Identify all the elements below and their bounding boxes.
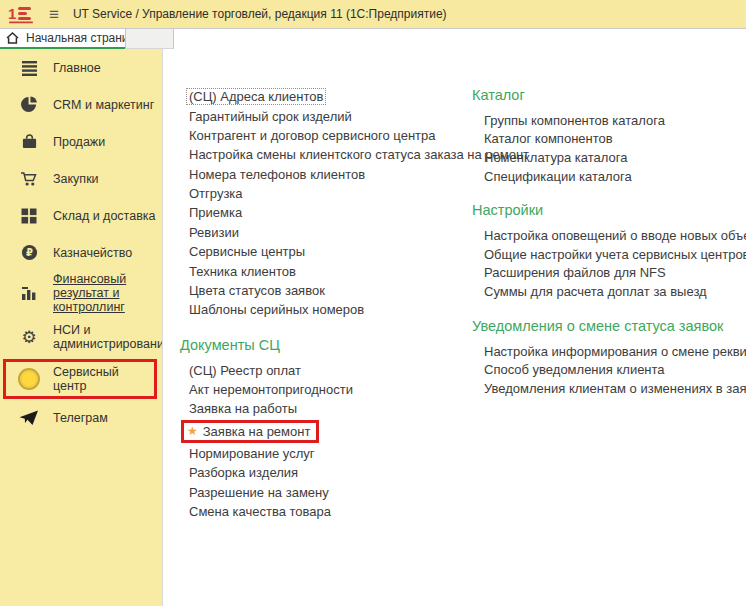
sidebar-item[interactable]: Финансовый результат и контроллинг: [0, 271, 162, 315]
svg-text:1: 1: [8, 5, 16, 22]
tabbar: Начальная страница: [0, 29, 746, 49]
section-header: Каталог: [472, 87, 746, 103]
sidebar-item[interactable]: Склад и доставка: [0, 197, 162, 234]
command-link[interactable]: Способ уведомления клиента: [484, 360, 746, 379]
coin-icon: [18, 368, 40, 390]
cart-icon: [18, 168, 40, 190]
command-link[interactable]: Приемка: [189, 203, 472, 222]
command-link[interactable]: Расширения файлов для NFS: [484, 264, 746, 283]
command-link[interactable]: Спецификации каталога: [484, 167, 746, 186]
briefcase-icon: [18, 131, 40, 153]
command-link[interactable]: Каталог компонентов: [484, 130, 746, 149]
main-menu-icon: [18, 57, 40, 79]
command-section: (СЦ) Адреса клиентовГарантийный срок изд…: [180, 87, 472, 320]
command-link[interactable]: Разборка изделия: [189, 463, 472, 482]
section-items: Настройка оповещений о вводе новых объек…: [472, 226, 746, 300]
sidebar-item[interactable]: Сервисный центр: [3, 359, 157, 399]
tab-home[interactable]: Начальная страница: [0, 29, 125, 49]
command-link[interactable]: Разрешение на замену: [189, 482, 472, 501]
command-link[interactable]: Сервисные центры: [189, 242, 472, 261]
command-link[interactable]: Группы компонентов каталога: [484, 111, 746, 130]
home-icon: [6, 32, 19, 44]
command-link[interactable]: Настройка смены клиентского статуса зака…: [189, 145, 472, 164]
section-header: Настройки: [472, 202, 746, 218]
bar-chart-icon: [18, 282, 40, 304]
command-link[interactable]: (СЦ) Адреса клиентов: [189, 87, 472, 106]
1c-logo-icon: 1: [8, 5, 35, 24]
tabbar-empty-stub: [125, 29, 174, 49]
command-link[interactable]: Уведомления клиентам о изменениях в заяв…: [484, 379, 746, 398]
app-body: Главное CRM и маркетинг Продажи Закупки …: [0, 49, 746, 606]
titlebar: 1 ≡ UT Service / Управление торговлей, р…: [0, 0, 746, 29]
command-link[interactable]: ★Заявка на ремонт: [181, 420, 319, 443]
command-link[interactable]: Гарантийный срок изделий: [189, 106, 472, 125]
command-section: Документы СЦ (СЦ) Реестр оплатАкт неремо…: [180, 337, 472, 522]
section-items: (СЦ) Реестр оплатАкт неремонтопригодност…: [180, 361, 472, 522]
command-link[interactable]: Акт неремонтопригодности: [189, 380, 472, 399]
command-link[interactable]: Суммы для расчета доплат за выезд: [484, 282, 746, 301]
sidebar-nav: Главное CRM и маркетинг Продажи Закупки …: [0, 49, 163, 606]
ruble-icon: ₽: [18, 242, 40, 264]
app-title: UT Service / Управление торговлей, редак…: [73, 7, 447, 21]
sidebar-item[interactable]: Главное: [0, 49, 162, 86]
star-icon: ★: [187, 425, 198, 437]
sidebar-item[interactable]: CRM и маркетинг: [0, 86, 162, 123]
main-menu-hamburger-icon[interactable]: ≡: [49, 6, 59, 23]
command-link[interactable]: Заявка на работы: [189, 399, 472, 418]
command-section: Настройки Настройка оповещений о вводе н…: [472, 202, 746, 300]
section-items: Настройка информирования о смене реквизи…: [472, 342, 746, 398]
grid-icon: [18, 205, 40, 227]
command-link[interactable]: Техника клиентов: [189, 261, 472, 280]
pie-chart-icon: [18, 94, 40, 116]
command-link[interactable]: Нормирование услуг: [189, 444, 472, 463]
sidebar-item[interactable]: Закупки: [0, 160, 162, 197]
command-link[interactable]: Отгрузка: [189, 184, 472, 203]
command-link[interactable]: Цвета статусов заявок: [189, 281, 472, 300]
command-link[interactable]: Смена качества товара: [189, 502, 472, 521]
content-area: (СЦ) Адреса клиентовГарантийный срок изд…: [163, 49, 746, 606]
command-section: Каталог Группы компонентов каталогаКатал…: [472, 87, 746, 185]
command-section: Уведомления о смене статуса заявок Настр…: [472, 318, 746, 398]
command-link[interactable]: Номера телефонов клиентов: [189, 165, 472, 184]
section-items: (СЦ) Адреса клиентовГарантийный срок изд…: [180, 87, 472, 320]
command-link[interactable]: (СЦ) Реестр оплат: [189, 361, 472, 380]
content-column-2: Каталог Группы компонентов каталогаКатал…: [472, 49, 746, 398]
command-link[interactable]: Шаблоны серийных номеров: [189, 300, 472, 319]
sidebar-item[interactable]: Телеграм: [0, 399, 162, 436]
command-link[interactable]: Настройка оповещений о вводе новых объек…: [484, 226, 746, 245]
paper-plane-icon: [18, 407, 40, 429]
command-link[interactable]: Настройка информирования о смене реквизи…: [484, 342, 746, 361]
sidebar-item[interactable]: ⚙ НСИ и администрирование: [0, 315, 162, 359]
svg-text:₽: ₽: [26, 247, 33, 258]
section-items: Группы компонентов каталогаКаталог компо…: [472, 111, 746, 185]
command-link[interactable]: Ревизии: [189, 223, 472, 242]
gear-icon: ⚙: [18, 326, 40, 348]
content-column-1: (СЦ) Адреса клиентовГарантийный срок изд…: [180, 49, 472, 521]
command-link[interactable]: Номенклатура каталога: [484, 148, 746, 167]
sidebar-item[interactable]: ₽ Казначейство: [0, 234, 162, 271]
section-header: Документы СЦ: [180, 337, 472, 353]
section-header: Уведомления о смене статуса заявок: [472, 318, 746, 334]
sidebar-item[interactable]: Продажи: [0, 123, 162, 160]
command-link[interactable]: Контрагент и договор сервисного центра: [189, 126, 472, 145]
command-link[interactable]: Общие настройки учета сервисных центров: [484, 245, 746, 264]
